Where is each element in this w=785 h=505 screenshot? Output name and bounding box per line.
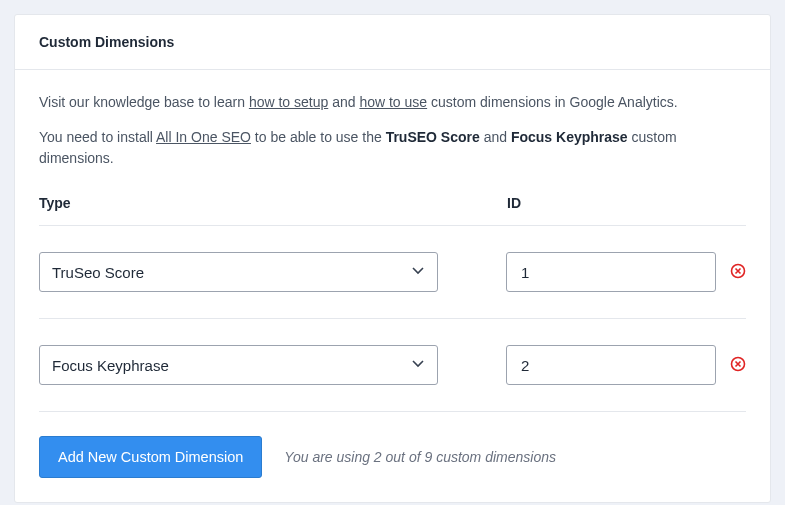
type-select[interactable]: Focus Keyphrase xyxy=(39,345,438,385)
link-all-in-one-seo[interactable]: All In One SEO xyxy=(156,129,251,145)
id-input[interactable] xyxy=(506,252,716,292)
close-circle-icon xyxy=(730,263,746,282)
custom-dimensions-panel: Custom Dimensions Visit our knowledge ba… xyxy=(14,14,771,503)
delete-row-button[interactable] xyxy=(716,263,746,282)
add-new-custom-dimension-button[interactable]: Add New Custom Dimension xyxy=(39,436,262,478)
column-header-type: Type xyxy=(39,195,507,211)
strong-focus-keyphrase: Focus Keyphrase xyxy=(511,129,628,145)
dimension-row: Focus Keyphrase xyxy=(39,319,746,412)
type-select-wrap: Focus Keyphrase xyxy=(39,345,438,385)
type-select-value: Focus Keyphrase xyxy=(52,357,169,374)
delete-row-button[interactable] xyxy=(716,356,746,375)
intro-line-2: You need to install All In One SEO to be… xyxy=(39,127,746,169)
panel-title: Custom Dimensions xyxy=(39,34,746,50)
id-input[interactable] xyxy=(506,345,716,385)
type-select[interactable]: TruSeo Score xyxy=(39,252,438,292)
footer-row: Add New Custom Dimension You are using 2… xyxy=(39,412,746,478)
link-how-to-use[interactable]: how to use xyxy=(359,94,427,110)
column-header-id: ID xyxy=(507,195,717,211)
type-select-value: TruSeo Score xyxy=(52,264,144,281)
strong-truseo-score: TruSEO Score xyxy=(386,129,480,145)
type-select-wrap: TruSeo Score xyxy=(39,252,438,292)
intro-line-1: Visit our knowledge base to learn how to… xyxy=(39,92,746,113)
usage-text: You are using 2 out of 9 custom dimensio… xyxy=(284,449,556,465)
link-how-to-setup[interactable]: how to setup xyxy=(249,94,328,110)
dimension-row: TruSeo Score xyxy=(39,226,746,319)
close-circle-icon xyxy=(730,356,746,375)
table-header: Type ID xyxy=(39,183,746,226)
panel-header: Custom Dimensions xyxy=(15,15,770,70)
panel-body: Visit our knowledge base to learn how to… xyxy=(15,70,770,502)
